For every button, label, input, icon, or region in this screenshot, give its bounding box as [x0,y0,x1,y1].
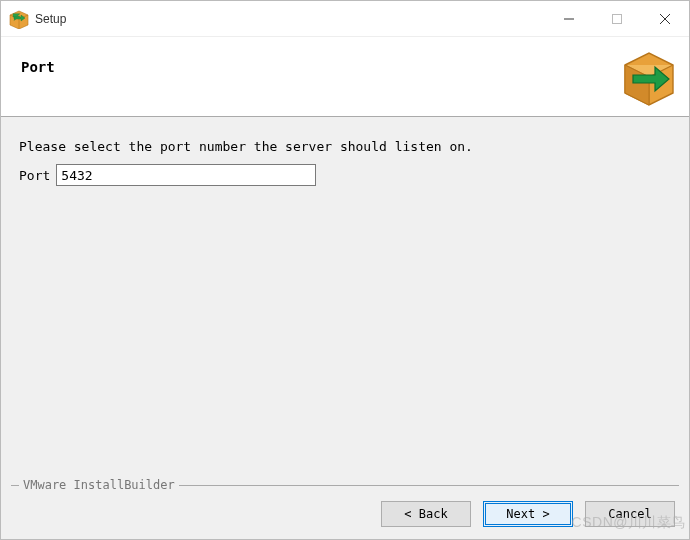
maximize-button [593,1,641,37]
window-controls [545,1,689,36]
port-label: Port [19,168,50,183]
port-input[interactable] [56,164,316,186]
footer-separator: VMware InstallBuilder [11,485,679,486]
back-button[interactable]: < Back [381,501,471,527]
svg-rect-1 [613,15,622,24]
wizard-footer: VMware InstallBuilder < Back Next > Canc… [1,479,689,539]
wizard-content: Please select the port number the server… [1,117,689,479]
close-button[interactable] [641,1,689,37]
cancel-button[interactable]: Cancel [585,501,675,527]
installer-logo-icon [619,47,679,107]
minimize-button[interactable] [545,1,593,37]
wizard-header: Port [1,37,689,117]
installer-brand: VMware InstallBuilder [19,478,179,492]
next-button[interactable]: Next > [483,501,573,527]
page-title: Port [21,59,605,75]
app-icon [9,9,29,29]
prompt-text: Please select the port number the server… [19,139,671,154]
titlebar: Setup [1,1,689,37]
setup-window: Setup Port Please select the p [0,0,690,540]
window-title: Setup [35,12,545,26]
button-row: < Back Next > Cancel [381,501,675,527]
port-field-row: Port [19,164,671,186]
